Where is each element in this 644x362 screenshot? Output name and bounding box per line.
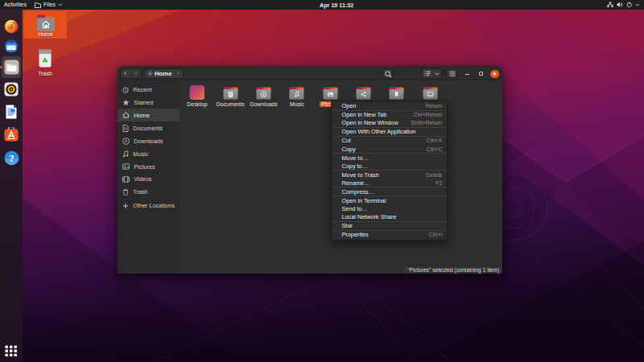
svg-text:?: ?: [9, 152, 14, 164]
